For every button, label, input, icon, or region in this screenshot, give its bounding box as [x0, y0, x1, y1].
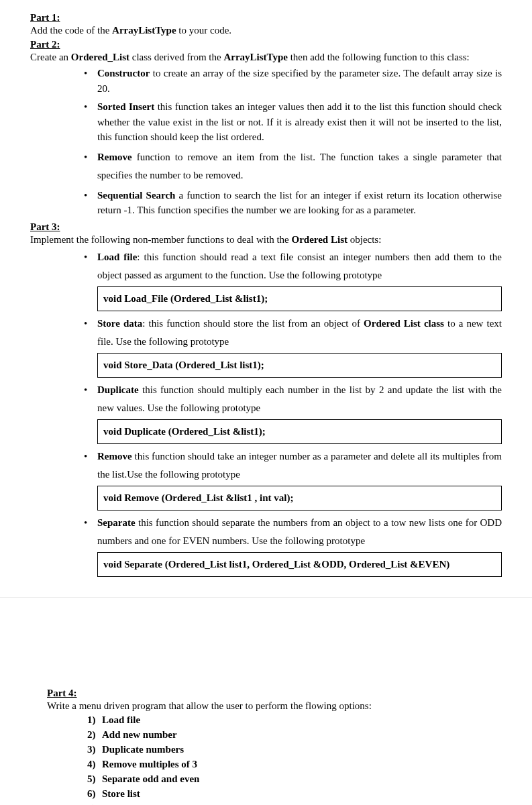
part2-intro: Create an Ordered_List class derived fro… — [30, 52, 502, 63]
menu-label: Load file — [102, 714, 140, 725]
prototype-box: void Duplicate (Ordered_List &list1); — [97, 419, 502, 444]
part4-heading: Part 4: — [47, 688, 502, 699]
part1-text-pre: Add the code of the — [30, 25, 112, 36]
menu-label: Duplicate numbers — [102, 744, 184, 755]
item-bold: Store data — [97, 318, 142, 329]
part4-intro: Write a menu driven program that allow t… — [47, 700, 502, 712]
menu-label: Store list — [102, 788, 140, 799]
menu-item: 6)Store list — [87, 788, 502, 800]
item-text-bold: Ordered List class — [364, 318, 444, 329]
part2-intro-bold1: Ordered_List — [71, 52, 129, 62]
menu-num: 5) — [87, 773, 102, 785]
page-break — [0, 597, 532, 674]
part1-text-post: to your code. — [176, 25, 231, 36]
list-item: Separate this function should separate t… — [84, 514, 502, 577]
list-item: Remove this function should take an inte… — [84, 447, 502, 511]
list-item: Store data: this function should store t… — [84, 315, 502, 378]
menu-num: 4) — [87, 759, 102, 770]
part1-text-bold: ArrayListType — [112, 25, 176, 36]
item-bold: Remove — [97, 451, 132, 462]
prototype-box: void Remove (Ordered_List &list1 , int v… — [97, 486, 502, 511]
menu-item: 3)Duplicate numbers — [87, 744, 502, 755]
part3-intro-bold: Ordered List — [292, 234, 348, 245]
prototype-box: void Load_File (Ordered_List &list1); — [97, 286, 502, 311]
part1-intro: Add the code of the ArrayListType to you… — [30, 25, 502, 36]
menu-num: 7) — [87, 803, 102, 806]
item-text: : this function should read a text file … — [97, 252, 502, 280]
item-text: to create an array of the size specified… — [97, 68, 502, 94]
menu-num: 3) — [87, 744, 102, 755]
list-item: Duplicate this function should multiply … — [84, 381, 502, 444]
menu-item: 7)Exit — [87, 803, 502, 806]
part3-intro-post: objects: — [348, 234, 381, 245]
menu-item: 2)Add new number — [87, 729, 502, 741]
item-bold: Load file — [97, 252, 137, 262]
part2-list: Constructor to create an array of the si… — [84, 66, 502, 218]
part2-intro-post: then add the following function to this … — [288, 52, 470, 62]
item-text: function to remove an item from the list… — [97, 152, 502, 180]
part2-heading: Part 2: — [30, 39, 502, 50]
part2-intro-pre: Create an — [30, 52, 71, 62]
menu-label: Add new number — [102, 729, 177, 740]
prototype-box: void Store_Data (Ordered_List list1); — [97, 353, 502, 378]
item-bold: Sequential Search — [97, 190, 175, 201]
item-bold: Sorted Insert — [97, 101, 154, 112]
item-bold: Duplicate — [97, 384, 139, 395]
list-item: Sorted Insert this function takes an int… — [84, 99, 502, 145]
item-text: this function should take an integer num… — [97, 451, 502, 480]
item-bold: Remove — [97, 152, 132, 162]
menu-item: 1)Load file — [87, 714, 502, 726]
menu-item: 5)Separate odd and even — [87, 773, 502, 785]
document-page-1: Part 1: Add the code of the ArrayListTyp… — [0, 0, 532, 597]
part2-intro-mid: class derived from the — [129, 52, 223, 62]
menu-label: Separate odd and even — [102, 773, 199, 784]
part1-heading: Part 1: — [30, 12, 502, 23]
part3-heading: Part 3: — [30, 221, 502, 233]
list-item: Sequential Search a function to search t… — [84, 188, 502, 218]
menu-item: 4)Remove multiples of 3 — [87, 759, 502, 770]
menu-num: 6) — [87, 788, 102, 800]
menu-label: Exit — [102, 803, 120, 806]
item-bold: Separate — [97, 517, 136, 528]
menu-num: 1) — [87, 714, 102, 726]
menu-label: Remove multiples of 3 — [102, 759, 197, 769]
list-item: Remove function to remove an item from t… — [84, 148, 502, 184]
list-item: Constructor to create an array of the si… — [84, 66, 502, 96]
menu-num: 2) — [87, 729, 102, 741]
part4-menu: 1)Load file 2)Add new number 3)Duplicate… — [87, 714, 502, 806]
document-page-2: Part 4: Write a menu driven program that… — [0, 674, 532, 806]
item-text-pre: : this function should store the list fr… — [142, 318, 364, 329]
part2-intro-bold2: ArrayListType — [223, 52, 288, 62]
list-item: Load file: this function should read a t… — [84, 248, 502, 311]
part3-list: Load file: this function should read a t… — [84, 248, 502, 577]
item-bold: Constructor — [97, 68, 150, 78]
item-text: this function takes an integer values th… — [97, 101, 502, 142]
item-text: this function should separate the number… — [97, 517, 502, 546]
part3-intro: Implement the following non-member funct… — [30, 234, 502, 246]
part3-intro-pre: Implement the following non-member funct… — [30, 234, 292, 245]
prototype-box: void Separate (Ordered_List list1, Order… — [97, 552, 502, 577]
item-text: this function should multiply each numbe… — [97, 384, 502, 413]
